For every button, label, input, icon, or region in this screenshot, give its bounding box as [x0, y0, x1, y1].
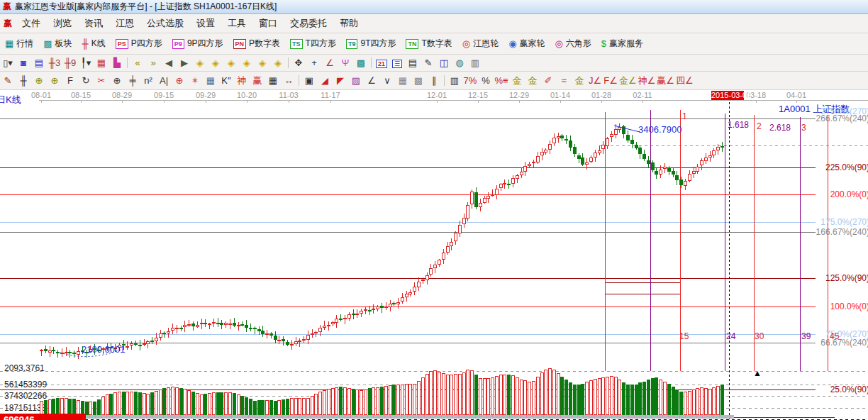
- tool-si-angle-tool[interactable]: 四∠: [675, 74, 694, 87]
- tool-pan-hand-tool[interactable]: ✥: [291, 57, 306, 69]
- tool-parallel-lines-tool[interactable]: ∥: [426, 74, 442, 87]
- chart-canvas[interactable]: 日K线 1A0001 上证指数 275.0%(270)266.67%(240)2…: [0, 90, 868, 420]
- toolbar-quotes-button[interactable]: ▦行情: [0, 38, 38, 50]
- tool-grid-b-tool[interactable]: ▩: [411, 74, 426, 87]
- menu-item-file[interactable]: 文件: [16, 18, 47, 28]
- tool-zigzag-tool[interactable]: ∨: [379, 74, 395, 87]
- tool-color-histogram[interactable]: ▙: [109, 57, 125, 69]
- tool-cycle-ruler-tool[interactable]: ⊕: [109, 74, 125, 87]
- tool-spiral-tool[interactable]: ↻: [78, 74, 94, 87]
- tool-circle-cross-tool[interactable]: ⊕: [172, 74, 187, 87]
- toolbar-hexagon-button[interactable]: ◎六角形: [550, 38, 596, 50]
- tool-clipboard[interactable]: ▤: [31, 57, 47, 69]
- tool-prev-bar[interactable]: ◀: [161, 57, 177, 69]
- tool-knife-tool[interactable]: ✂: [94, 74, 109, 87]
- tool-gold-gate-tool-1[interactable]: ⊕: [31, 74, 47, 87]
- toolbar-p-number-table-button[interactable]: PNP数字表: [228, 38, 286, 50]
- tool-edit-note[interactable]: ✎: [421, 57, 436, 69]
- tool-grid-a-tool[interactable]: ▦: [395, 74, 411, 87]
- tool-hatch-tool[interactable]: ╫: [16, 74, 31, 87]
- toolbar-gann-wheel-button[interactable]: ◎江恩轮: [457, 38, 503, 50]
- tool-export[interactable]: ▥: [467, 57, 483, 69]
- tool-j-angle-tool[interactable]: J∠: [587, 74, 603, 87]
- tool-star-grid-tool[interactable]: ✶: [187, 74, 203, 87]
- tool-gold-gate-tool-2[interactable]: ⊕: [47, 74, 62, 87]
- tool-wave-gold-tool[interactable]: ≈: [556, 74, 572, 87]
- tool-gold-angle-tool[interactable]: 金∠: [618, 74, 638, 87]
- tool-gold-circle-tool[interactable]: 金: [509, 74, 525, 87]
- tool-box-diagonal-tool[interactable]: ▨: [348, 74, 364, 87]
- tool-n-square-tool[interactable]: n²: [140, 74, 156, 87]
- tool-bars-9[interactable]: ╫9: [62, 57, 78, 69]
- menu-item-window[interactable]: 窗口: [252, 18, 284, 28]
- tool-diamond-scroll-left[interactable]: ◈: [192, 57, 208, 69]
- tool-period-type-dropdown[interactable]: ▯▾: [0, 57, 16, 69]
- tool-notebook[interactable]: ▤: [405, 57, 421, 69]
- tool-gold-underline-tool[interactable]: 金: [572, 74, 587, 87]
- tool-first-bar[interactable]: «: [130, 57, 145, 69]
- tool-diamond-scroll-right[interactable]: ◈: [208, 57, 223, 69]
- volume-bar: [458, 374, 462, 415]
- tool-shen-angle-tool[interactable]: 神∠: [638, 74, 657, 87]
- tool-candle-style-dropdown[interactable]: ╿▾: [78, 57, 94, 69]
- tool-pen-tool[interactable]: ✎: [0, 74, 16, 87]
- tool-gold-lines-tool[interactable]: 金: [525, 74, 540, 87]
- toolbar-9p-square-button[interactable]: P99P四方形: [167, 38, 228, 50]
- tool-pattern-search-tool[interactable]: ▩: [353, 57, 369, 69]
- tool-diamond-expand-h[interactable]: ◈: [223, 57, 239, 69]
- tool-shen-tool[interactable]: 神: [234, 74, 250, 87]
- tool-next-bar[interactable]: ▶: [177, 57, 192, 69]
- tool-grid-123-tool[interactable]: ▦: [265, 74, 281, 87]
- tool-last-bar[interactable]: »: [145, 57, 161, 69]
- tool-save-web[interactable]: ◍: [452, 57, 467, 69]
- t-number-table-label: T数字表: [421, 38, 452, 50]
- tool-square-frame-tool[interactable]: ▣: [301, 74, 317, 87]
- toolbar-t-square-button[interactable]: TST四方形: [285, 38, 341, 50]
- tool-calculator[interactable]: ☰: [389, 57, 405, 70]
- menu-item-tools[interactable]: 工具: [221, 18, 252, 28]
- tool-mirror-tool[interactable]: A|: [156, 74, 172, 87]
- toolbar-winner-wheel-button[interactable]: ◉赢家轮: [503, 38, 550, 50]
- tool-save[interactable]: ◫: [436, 57, 452, 69]
- tool-diamond-compress-h[interactable]: ◈: [239, 57, 255, 69]
- tool-ying-angle-tool[interactable]: 赢∠: [656, 74, 675, 87]
- tool-calendar[interactable]: 21: [374, 57, 389, 70]
- tool-angle-fan-tool[interactable]: ∠: [364, 74, 379, 87]
- menu-item-browse[interactable]: 浏览: [47, 18, 78, 28]
- tool-knife-k-tool[interactable]: ✐: [540, 74, 556, 87]
- tool-crosshair-tool[interactable]: +: [306, 57, 322, 69]
- tool-tick-ruler-tool[interactable]: ╪: [125, 74, 140, 87]
- tool-fan-lines-tool[interactable]: ◢: [317, 74, 333, 87]
- tool-percent-tool[interactable]: %: [478, 74, 494, 87]
- tool-diamond-expand-v[interactable]: ◈: [255, 57, 270, 69]
- tool-f-ruler-tool[interactable]: F: [62, 74, 78, 87]
- menu-item-help[interactable]: 帮助: [333, 18, 365, 28]
- toolbar-winner-service-button[interactable]: $赢家服务: [596, 38, 648, 50]
- tool-price-table-tool[interactable]: ▥: [447, 74, 462, 87]
- toolbar-kline-button[interactable]: ╫K线: [77, 38, 111, 50]
- tool-stamp-pattern[interactable]: ◙: [16, 57, 31, 69]
- tool-pattern-box[interactable]: ▦: [94, 57, 109, 69]
- tool-k-mark-tool[interactable]: K″: [218, 74, 234, 87]
- tool-f-angle-tool[interactable]: F∠: [603, 74, 618, 87]
- menu-item-gann[interactable]: 江恩: [109, 18, 140, 28]
- menu-item-formula-stock-pick[interactable]: 公式选股: [140, 18, 190, 28]
- tool-ying-tool[interactable]: 赢: [250, 74, 265, 87]
- toolbar-9t-square-button[interactable]: T99T四方形: [341, 38, 401, 50]
- tool-magic-tool[interactable]: Ψ: [338, 57, 353, 69]
- menu-item-trade-order[interactable]: 交易委托: [284, 18, 333, 28]
- tool-percent-lines-tool[interactable]: %≡: [494, 74, 509, 87]
- toolbar-t-number-table-button[interactable]: TNT数字表: [401, 38, 457, 50]
- tool-bars-3[interactable]: ╫3: [47, 57, 62, 69]
- tool-angle-measure-tool[interactable]: ∠: [322, 57, 338, 69]
- tool-diamond-compress-v[interactable]: ◈: [270, 57, 286, 69]
- tool-box-grid-tool[interactable]: ▦: [203, 74, 218, 87]
- tool-fan-box-tool[interactable]: ◤: [333, 74, 348, 87]
- toolbar-sectors-button[interactable]: ▩板块: [38, 38, 77, 50]
- menu-item-news[interactable]: 资讯: [78, 18, 109, 28]
- toolbar-p-square-button[interactable]: PSP四方形: [111, 38, 167, 50]
- n-square-tool-icon: n²: [144, 75, 152, 86]
- tool-percent-7-tool[interactable]: 7%: [462, 74, 478, 87]
- tool-h-span-tool[interactable]: ↔: [281, 74, 296, 87]
- menu-item-settings[interactable]: 设置: [190, 18, 221, 28]
